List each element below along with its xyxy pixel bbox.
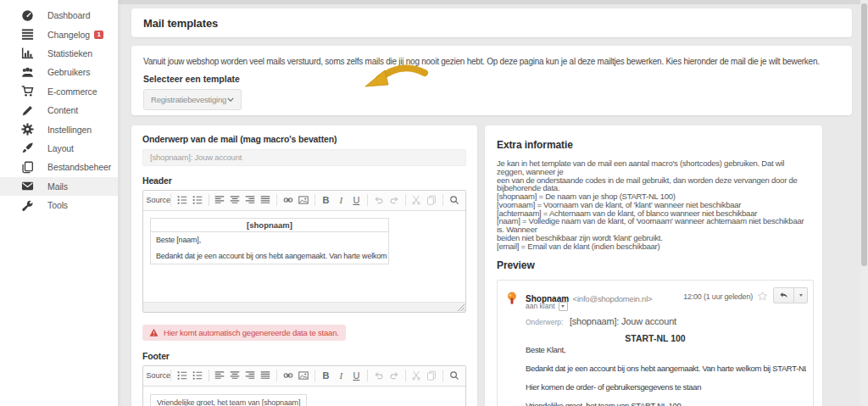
toolbar-copy-button[interactable] xyxy=(425,368,439,383)
extra-info-card: Extra informatie Je kan in het template … xyxy=(485,125,822,406)
more-actions-button[interactable] xyxy=(794,287,808,303)
sidebar-item-gebruikers[interactable]: Gebruikers xyxy=(0,63,118,81)
sidebar-item-label: Statistieken xyxy=(47,48,92,58)
warning-icon xyxy=(149,328,159,337)
sidebar-item-changelog[interactable]: Changelog 1 xyxy=(0,25,118,43)
toolbar-italic-button[interactable]: I xyxy=(334,368,348,383)
annotation-arrow xyxy=(362,64,430,98)
toolbar-numbered-list-button[interactable] xyxy=(175,192,189,208)
page-scrollbar[interactable] xyxy=(860,0,868,406)
toolbar-align-center-button[interactable] xyxy=(228,192,242,208)
sidebar-item-mails[interactable]: Mails xyxy=(0,177,118,196)
toolbar-underline-button[interactable]: U xyxy=(349,368,364,383)
preview-title: Preview xyxy=(497,259,810,271)
subject-line: Onderwerp: [shopnaam]: Jouw account xyxy=(526,313,676,328)
toolbar-source-button[interactable]: Source xyxy=(147,368,167,383)
sidebar-item-label: Instellingen xyxy=(47,125,92,135)
toolbar-separator xyxy=(170,370,171,381)
toolbar-bold-button[interactable]: B xyxy=(319,368,333,383)
sidebar-item-label: Mails xyxy=(47,181,68,192)
toolbar-numbered-list-button[interactable] xyxy=(175,368,189,383)
toolbar-bulleted-list-button[interactable] xyxy=(190,192,204,208)
changelog-badge: 1 xyxy=(94,31,103,39)
toolbar-justify-button[interactable] xyxy=(259,192,273,208)
brush-icon xyxy=(21,142,34,154)
extra-info-title: Extra informatie xyxy=(497,139,810,151)
toolbar-bold-button[interactable]: B xyxy=(319,192,333,208)
caret-down-icon xyxy=(799,294,803,297)
toolbar-search-button[interactable] xyxy=(447,368,461,383)
resize-handle-icon[interactable] xyxy=(458,304,465,311)
dashboard-icon xyxy=(21,9,34,22)
toolbar-link-button[interactable] xyxy=(281,368,295,383)
footer-editor: SourceBIU Vriendelijke groet, het team v… xyxy=(142,365,466,406)
sidebar-item-layout[interactable]: Layout xyxy=(0,139,118,158)
toolbar-italic-button[interactable]: I xyxy=(334,192,348,208)
toolbar-copy-button[interactable] xyxy=(425,192,439,208)
footer-editor-content[interactable]: Vriendelijke groet, het team van [shopna… xyxy=(143,387,465,406)
sidebar-item-tools[interactable]: Tools xyxy=(0,196,118,214)
toolbar-align-right-button[interactable] xyxy=(243,192,258,208)
toolbar-redo-button[interactable] xyxy=(387,192,401,208)
chevron-down-icon xyxy=(227,97,234,102)
sidebar-item-bestandsbeheer[interactable]: Bestandsbeheer xyxy=(0,158,118,176)
toolbar-underline-button[interactable]: U xyxy=(349,192,364,208)
header-editor-content[interactable]: [shopnaam] Beste [naam], Bedankt dat je … xyxy=(143,211,465,302)
envelope-icon xyxy=(21,180,34,192)
toolbar-cut-button[interactable] xyxy=(409,192,424,208)
email-preview: Shopnaam <info@shopdomein.nl> aan klant … xyxy=(497,280,814,406)
sidebar-item-label: Bestandsbeheer xyxy=(47,162,111,172)
body-line: Bedankt dat je een account bij ons hebt … xyxy=(526,364,806,373)
reply-button-group xyxy=(773,287,808,303)
toolbar-undo-button[interactable] xyxy=(371,192,386,208)
footer-editor-label: Footer xyxy=(142,351,466,361)
toolbar-align-right-button[interactable] xyxy=(243,368,258,383)
recipient-line[interactable]: aan klant xyxy=(526,302,568,311)
sidebar-item-label: Gebruikers xyxy=(47,67,90,77)
reply-arrow-icon xyxy=(779,291,788,300)
template-select[interactable]: Registratiebevestiging xyxy=(143,89,242,110)
sidebar-item-label: Tools xyxy=(47,200,68,210)
toolbar-source-button[interactable]: Source xyxy=(147,192,167,208)
subject-prefix: Onderwerp: xyxy=(526,318,563,326)
header-editor-toolbar: SourceBIU xyxy=(143,191,465,211)
title-card: Mail templates xyxy=(131,8,852,37)
scrollbar-thumb[interactable] xyxy=(861,3,867,266)
toolbar-separator xyxy=(442,370,443,381)
template-select-label: Selecteer een template xyxy=(143,74,840,84)
gear-icon xyxy=(21,123,34,136)
toolbar-image-button[interactable] xyxy=(296,192,310,208)
body-line: Hier komen de order- of gebruikersgegeve… xyxy=(526,382,806,392)
sidebar-item-ecommerce[interactable]: E-commerce xyxy=(0,82,118,101)
toolbar-search-button[interactable] xyxy=(447,192,461,208)
toolbar-cut-button[interactable] xyxy=(409,368,424,383)
sidebar-item-statistieken[interactable]: Statistieken xyxy=(0,44,118,63)
subject-input[interactable] xyxy=(142,149,466,166)
mail-templates-page: Dashboard Changelog 1 Statistieken Gebru… xyxy=(0,0,868,406)
reply-button[interactable] xyxy=(773,287,794,303)
page-title: Mail templates xyxy=(143,17,218,30)
sidebar-item-dashboard[interactable]: Dashboard xyxy=(0,6,118,25)
toolbar-image-button[interactable] xyxy=(296,368,310,383)
message-time: 12:00 (1 uur geleden) xyxy=(683,292,753,301)
editor-status-bar xyxy=(143,302,465,312)
details-dropdown-icon[interactable] xyxy=(559,302,568,311)
toolbar-undo-button[interactable] xyxy=(371,368,386,383)
intro-card: Vanuit jouw webshop worden veel mails ve… xyxy=(131,46,852,115)
toolbar-align-left-button[interactable] xyxy=(213,192,227,208)
toolbar-justify-button[interactable] xyxy=(259,368,273,383)
star-icon[interactable] xyxy=(757,291,768,302)
toolbar-separator xyxy=(405,194,406,206)
statistics-icon xyxy=(21,47,34,59)
toolbar-separator xyxy=(314,370,315,381)
toolbar-link-button[interactable] xyxy=(281,192,295,208)
sidebar-item-content[interactable]: Content xyxy=(0,101,118,120)
pencil-icon xyxy=(21,104,34,117)
toolbar-redo-button[interactable] xyxy=(387,368,401,383)
toolbar-align-center-button[interactable] xyxy=(228,368,242,383)
mail-editor-card: Onderwerp van de mail (mag macro's bevat… xyxy=(131,125,477,406)
sidebar-item-instellingen[interactable]: Instellingen xyxy=(0,120,118,138)
toolbar-bulleted-list-button[interactable] xyxy=(190,368,204,383)
template-table-header: [shopnaam] xyxy=(151,219,388,232)
toolbar-align-left-button[interactable] xyxy=(213,368,227,383)
